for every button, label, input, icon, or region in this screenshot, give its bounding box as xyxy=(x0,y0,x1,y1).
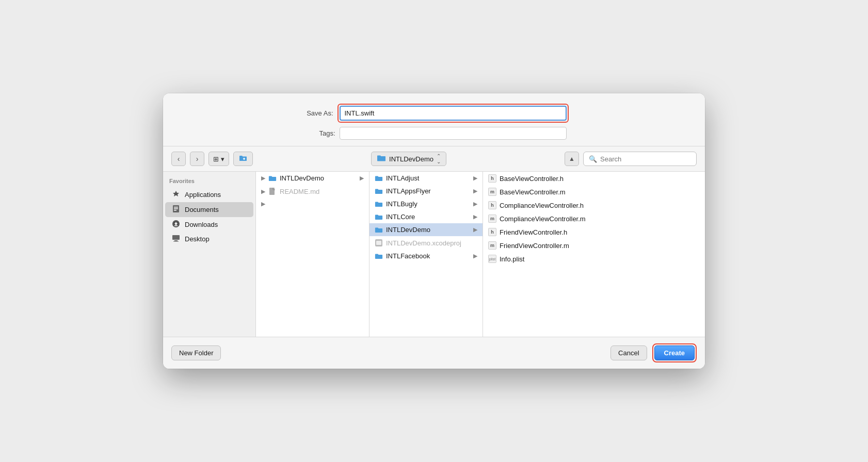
expand-icon: ▲ xyxy=(569,155,575,162)
create-button-wrapper: Create xyxy=(652,343,697,362)
toolbar: ‹ › ⊞ ▾ INTLDe xyxy=(163,146,705,172)
folder-icon xyxy=(375,188,383,195)
svg-rect-9 xyxy=(174,225,178,226)
tags-row: Tags: xyxy=(302,127,567,140)
list-item[interactable]: ▶ README.md xyxy=(256,185,369,198)
location-name: INTLDevDemo xyxy=(389,155,433,163)
svg-rect-12 xyxy=(173,241,179,242)
svg-rect-10 xyxy=(172,235,180,240)
file-item-name: ComplianceViewController.m xyxy=(500,215,607,223)
sidebar-item-applications[interactable]: Applications xyxy=(165,187,253,202)
search-icon: 🔍 xyxy=(589,155,597,163)
new-folder-button[interactable]: New Folder xyxy=(171,345,221,360)
cancel-button[interactable]: Cancel xyxy=(610,345,647,360)
expand-arrow-icon: ▶ xyxy=(261,175,265,182)
expand-arrow-icon: ▶ xyxy=(261,201,265,207)
location-folder-icon xyxy=(377,154,386,164)
svg-rect-13 xyxy=(269,188,275,195)
file-item-name: INTLDevDemo xyxy=(280,174,357,182)
file-item-name: INTLDevDemo.xcodeproj xyxy=(386,239,477,247)
folder-icon xyxy=(375,175,383,182)
downloads-label: Downloads xyxy=(185,221,218,228)
svg-rect-4 xyxy=(174,208,178,209)
sidebar-section-label: Favorites xyxy=(163,176,255,187)
file-item-name: BaseViewController.h xyxy=(500,175,607,183)
list-item[interactable]: m FriendViewController.m xyxy=(483,239,612,252)
sidebar: Favorites Applications xyxy=(163,172,256,337)
new-folder-button[interactable] xyxy=(233,152,253,166)
downloads-icon xyxy=(171,220,181,229)
list-item[interactable]: plist Info.plist xyxy=(483,252,612,266)
documents-label: Documents xyxy=(185,206,219,213)
sidebar-item-desktop[interactable]: Desktop xyxy=(165,232,253,246)
folder-icon xyxy=(375,201,383,208)
create-button[interactable]: Create xyxy=(654,345,695,360)
desktop-icon xyxy=(171,235,181,243)
expand-button[interactable]: ▲ xyxy=(565,152,579,166)
search-box: 🔍 xyxy=(583,152,697,166)
file-icon xyxy=(268,187,277,195)
list-item[interactable]: INTLDevDemo.xcodeproj xyxy=(369,236,483,250)
footer-actions: Cancel Create xyxy=(610,343,697,362)
search-input[interactable] xyxy=(600,155,691,163)
has-children-arrow: ▶ xyxy=(473,188,477,194)
m-file-icon: m xyxy=(488,241,496,250)
list-item[interactable]: ▶ INTLDevDemo ▶ xyxy=(256,172,369,185)
expand-arrow-icon: ▶ xyxy=(261,188,265,195)
location-selector[interactable]: INTLDevDemo ⌃⌄ xyxy=(371,152,446,166)
folder-icon xyxy=(268,175,277,182)
save-as-input-wrapper xyxy=(337,104,569,123)
save-dialog: Save As: Tags: ‹ › ⊞ ▾ xyxy=(163,93,705,369)
file-column-1: ▶ INTLDevDemo ▶ ▶ README.md ▶ xyxy=(256,172,369,337)
list-item[interactable]: h FriendViewController.h xyxy=(483,225,612,239)
list-item[interactable]: h ComplianceViewController.h xyxy=(483,199,612,212)
tags-input[interactable] xyxy=(340,127,567,140)
save-as-input[interactable] xyxy=(340,106,567,121)
svg-rect-8 xyxy=(175,222,176,225)
list-item[interactable]: INTLAppsFlyer ▶ xyxy=(369,185,483,197)
file-item-name: FriendViewController.m xyxy=(500,242,607,250)
sidebar-item-documents[interactable]: Documents xyxy=(165,202,253,217)
m-file-icon: m xyxy=(488,188,496,196)
file-item-name: INTLBugly xyxy=(386,200,470,208)
new-folder-icon xyxy=(239,155,247,163)
file-item-name: BaseViewController.m xyxy=(500,188,607,196)
location-arrows-icon: ⌃⌄ xyxy=(437,153,441,164)
list-item[interactable]: INTLFacebook ▶ xyxy=(369,250,483,262)
location-bar: INTLDevDemo ⌃⌄ xyxy=(257,152,560,166)
plist-file-icon: plist xyxy=(488,255,496,263)
tags-label: Tags: xyxy=(302,129,335,137)
folder-icon xyxy=(375,226,383,234)
file-column-2: INTLAdjust ▶ INTLAppsFlyer ▶ INTLBugly ▶ xyxy=(369,172,483,337)
svg-rect-15 xyxy=(376,241,381,245)
file-item-name: INTLAdjust xyxy=(386,174,470,182)
list-item[interactable]: INTLDevDemo ▶ xyxy=(369,223,483,236)
m-file-icon: m xyxy=(488,214,496,223)
file-item-name: INTLFacebook xyxy=(386,252,470,260)
forward-button[interactable]: › xyxy=(190,152,204,166)
file-browser: ▶ INTLDevDemo ▶ ▶ README.md ▶ xyxy=(256,172,705,337)
list-item[interactable]: INTLCore ▶ xyxy=(369,210,483,223)
file-item-name: README.md xyxy=(280,188,364,195)
has-children-arrow: ▶ xyxy=(473,213,477,220)
list-item[interactable]: h BaseViewController.h xyxy=(483,172,612,185)
h-file-icon: h xyxy=(488,228,496,236)
sidebar-item-downloads[interactable]: Downloads xyxy=(165,217,253,232)
svg-rect-5 xyxy=(174,210,176,211)
documents-icon xyxy=(171,205,181,214)
list-item[interactable]: ▶ xyxy=(256,198,369,210)
list-item[interactable]: m BaseViewController.m xyxy=(483,185,612,199)
back-button[interactable]: ‹ xyxy=(171,152,186,166)
file-item-name: Info.plist xyxy=(500,255,607,263)
dialog-content: Favorites Applications xyxy=(163,172,705,337)
folder-icon xyxy=(375,253,383,260)
list-item[interactable]: INTLAdjust ▶ xyxy=(369,172,483,185)
dialog-footer: New Folder Cancel Create xyxy=(163,337,705,369)
save-as-row: Save As: xyxy=(300,104,569,123)
list-item[interactable]: m ComplianceViewController.m xyxy=(483,212,612,225)
file-column-3: h BaseViewController.h m BaseViewControl… xyxy=(483,172,612,337)
dialog-header: Save As: Tags: xyxy=(163,93,705,146)
has-children-arrow: ▶ xyxy=(473,201,477,207)
list-item[interactable]: INTLBugly ▶ xyxy=(369,197,483,210)
view-mode-button[interactable]: ⊞ ▾ xyxy=(208,152,229,166)
